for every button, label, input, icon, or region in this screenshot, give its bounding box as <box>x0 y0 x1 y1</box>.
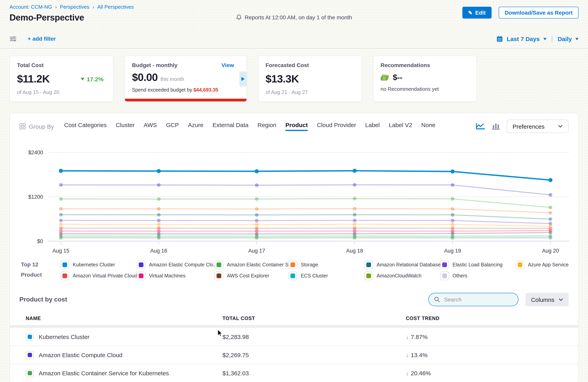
tab-cluster[interactable]: Cluster <box>116 122 135 131</box>
series-line[interactable] <box>61 185 550 195</box>
data-point[interactable] <box>451 223 454 226</box>
data-point[interactable] <box>549 206 552 209</box>
data-point[interactable] <box>451 213 454 217</box>
chevron-down-icon[interactable] <box>543 38 546 40</box>
tab-region[interactable]: Region <box>257 122 276 131</box>
table-row[interactable]: Kubernetes Cluster$2,283.98↓7.87% <box>10 328 578 346</box>
data-point[interactable] <box>59 169 63 173</box>
legend-item[interactable]: Others <box>440 270 516 281</box>
series-line[interactable] <box>61 171 550 180</box>
tab-cloud-provider[interactable]: Cloud Provider <box>317 122 356 131</box>
legend-item[interactable]: ECS Cluster <box>289 270 364 281</box>
data-point[interactable] <box>255 223 258 226</box>
column-header-name[interactable]: NAME <box>26 316 222 321</box>
series-line[interactable] <box>61 228 550 228</box>
data-point[interactable] <box>157 197 160 201</box>
data-point[interactable] <box>157 169 161 173</box>
data-point[interactable] <box>59 207 63 210</box>
time-range-selector[interactable]: Last 7 Days <box>507 35 540 42</box>
series-line[interactable] <box>61 199 550 208</box>
tab-cost-categories[interactable]: Cost Categories <box>64 122 107 131</box>
tab-aws[interactable]: AWS <box>144 122 157 131</box>
series-line[interactable] <box>61 236 550 236</box>
data-point[interactable] <box>59 222 63 226</box>
data-point[interactable] <box>255 219 258 222</box>
data-point[interactable] <box>255 213 258 217</box>
budget-expand-button[interactable] <box>239 71 247 86</box>
table-row[interactable]: Amazon Elastic Compute Cloud$2,269.75↓13… <box>10 346 578 364</box>
series-line[interactable] <box>61 224 550 227</box>
series-line[interactable] <box>61 233 550 234</box>
breadcrumb-all-perspectives-link[interactable]: All Perspectives <box>97 4 134 10</box>
chevron-down-icon[interactable] <box>575 38 579 40</box>
legend-item[interactable]: Amazon Virtual Private Cloud <box>61 270 137 281</box>
data-point[interactable] <box>451 197 454 201</box>
series-line[interactable] <box>61 231 550 231</box>
tab-label-v2[interactable]: Label V2 <box>389 122 412 131</box>
series-line[interactable] <box>61 209 550 213</box>
legend-item[interactable]: AWS Cost Explorer <box>215 270 289 281</box>
legend-item[interactable]: Kubernetes Cluster <box>61 259 137 270</box>
data-point[interactable] <box>255 207 258 211</box>
tab-gcp[interactable]: GCP <box>166 122 179 131</box>
data-point[interactable] <box>157 183 160 187</box>
tab-label[interactable]: Label <box>365 122 379 131</box>
download-save-report-button[interactable]: Download/Save as Report <box>499 7 579 19</box>
legend-item[interactable]: Amazon Elastic Compute Clo... <box>137 259 215 270</box>
data-point[interactable] <box>353 213 357 216</box>
legend-item[interactable]: Elastic Load Balancing <box>440 259 516 270</box>
columns-dropdown[interactable]: Columns <box>525 293 569 306</box>
legend-item[interactable]: Virtual Machines <box>137 270 215 281</box>
legend-item[interactable]: AmazonCloudWatch <box>364 270 440 281</box>
data-point[interactable] <box>59 226 63 230</box>
series-line[interactable] <box>61 238 550 239</box>
breadcrumb-perspectives-link[interactable]: Perspectives <box>60 4 89 10</box>
data-point[interactable] <box>353 183 357 187</box>
data-point[interactable] <box>451 183 454 187</box>
data-point[interactable] <box>157 213 160 216</box>
line-chart-toggle[interactable] <box>476 123 485 130</box>
data-point[interactable] <box>255 197 258 201</box>
data-point[interactable] <box>549 211 552 214</box>
data-point[interactable] <box>451 226 454 230</box>
data-point[interactable] <box>353 207 357 210</box>
table-row[interactable]: Amazon Elastic Container Service for Kub… <box>10 364 578 382</box>
data-point[interactable] <box>451 207 454 211</box>
add-filter-button[interactable]: + add filter <box>28 36 56 42</box>
bar-chart-toggle[interactable] <box>492 123 500 130</box>
column-header-total-cost[interactable]: TOTAL COST <box>222 316 406 321</box>
tab-external-data[interactable]: External Data <box>213 122 249 131</box>
legend-item[interactable]: Amazon Relational Database ... <box>364 259 440 270</box>
series-line[interactable] <box>61 215 550 219</box>
legend-item[interactable]: Azure App Service <box>516 259 569 270</box>
data-point[interactable] <box>549 193 552 196</box>
tab-none[interactable]: None <box>421 122 436 131</box>
legend-item[interactable]: Storage <box>289 259 364 270</box>
data-point[interactable] <box>59 183 63 187</box>
data-point[interactable] <box>353 226 357 230</box>
preferences-dropdown[interactable]: Preferences <box>507 120 569 133</box>
data-point[interactable] <box>353 219 357 222</box>
data-point[interactable] <box>255 183 258 187</box>
tab-azure[interactable]: Azure <box>188 122 203 131</box>
tab-product[interactable]: Product <box>285 122 308 131</box>
cost-trend-chart[interactable]: $2400$1200$0Aug 15Aug 16Aug 17Aug 18Aug … <box>10 143 579 258</box>
data-point[interactable] <box>548 178 553 182</box>
data-point[interactable] <box>353 222 357 226</box>
series-line[interactable] <box>61 237 550 238</box>
edit-button[interactable]: ✎ Edit <box>462 7 492 19</box>
data-point[interactable] <box>157 219 160 222</box>
data-point[interactable] <box>59 197 63 201</box>
data-point[interactable] <box>255 169 259 173</box>
column-header-cost-trend[interactable]: COST TREND <box>406 316 578 321</box>
data-point[interactable] <box>59 213 63 216</box>
data-point[interactable] <box>353 197 357 200</box>
data-point[interactable] <box>353 169 357 173</box>
data-point[interactable] <box>157 207 160 210</box>
data-point[interactable] <box>450 170 455 174</box>
breadcrumb-account-link[interactable]: Account: CCM-NG <box>9 4 52 10</box>
data-point[interactable] <box>59 219 63 222</box>
data-point[interactable] <box>451 219 454 222</box>
search-input[interactable] <box>443 296 504 303</box>
data-point[interactable] <box>157 226 160 230</box>
